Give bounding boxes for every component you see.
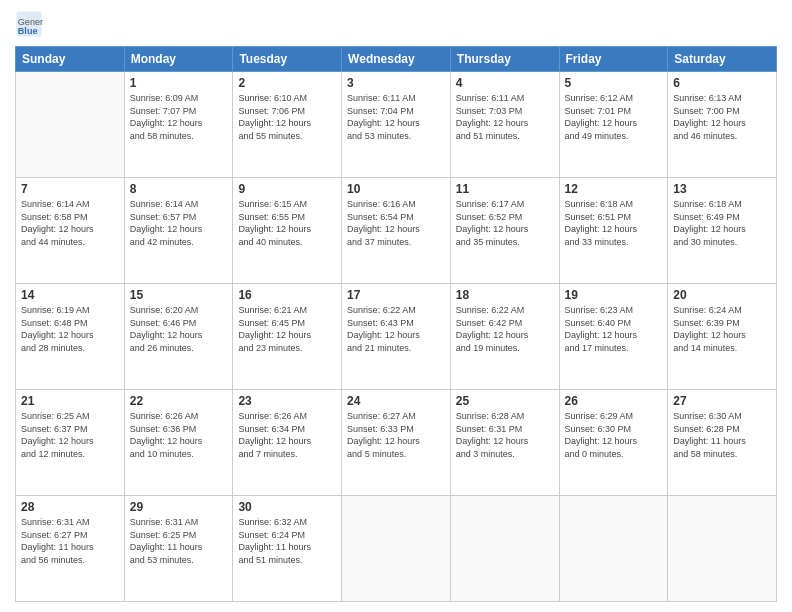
- weekday-header-wednesday: Wednesday: [342, 47, 451, 72]
- day-info: Sunrise: 6:13 AM Sunset: 7:00 PM Dayligh…: [673, 92, 771, 142]
- day-number: 6: [673, 76, 771, 90]
- day-number: 22: [130, 394, 228, 408]
- calendar-cell: 27Sunrise: 6:30 AM Sunset: 6:28 PM Dayli…: [668, 390, 777, 496]
- calendar-cell: 25Sunrise: 6:28 AM Sunset: 6:31 PM Dayli…: [450, 390, 559, 496]
- day-info: Sunrise: 6:14 AM Sunset: 6:57 PM Dayligh…: [130, 198, 228, 248]
- calendar-cell: [559, 496, 668, 602]
- calendar-cell: 29Sunrise: 6:31 AM Sunset: 6:25 PM Dayli…: [124, 496, 233, 602]
- day-number: 25: [456, 394, 554, 408]
- day-number: 30: [238, 500, 336, 514]
- weekday-header-sunday: Sunday: [16, 47, 125, 72]
- weekday-header-monday: Monday: [124, 47, 233, 72]
- calendar-cell: 30Sunrise: 6:32 AM Sunset: 6:24 PM Dayli…: [233, 496, 342, 602]
- day-info: Sunrise: 6:09 AM Sunset: 7:07 PM Dayligh…: [130, 92, 228, 142]
- day-info: Sunrise: 6:23 AM Sunset: 6:40 PM Dayligh…: [565, 304, 663, 354]
- day-number: 15: [130, 288, 228, 302]
- day-info: Sunrise: 6:26 AM Sunset: 6:36 PM Dayligh…: [130, 410, 228, 460]
- calendar-header-row: SundayMondayTuesdayWednesdayThursdayFrid…: [16, 47, 777, 72]
- day-number: 3: [347, 76, 445, 90]
- calendar-cell: 11Sunrise: 6:17 AM Sunset: 6:52 PM Dayli…: [450, 178, 559, 284]
- day-number: 5: [565, 76, 663, 90]
- day-number: 7: [21, 182, 119, 196]
- calendar-week-3: 21Sunrise: 6:25 AM Sunset: 6:37 PM Dayli…: [16, 390, 777, 496]
- day-info: Sunrise: 6:21 AM Sunset: 6:45 PM Dayligh…: [238, 304, 336, 354]
- day-info: Sunrise: 6:24 AM Sunset: 6:39 PM Dayligh…: [673, 304, 771, 354]
- day-info: Sunrise: 6:31 AM Sunset: 6:25 PM Dayligh…: [130, 516, 228, 566]
- day-number: 16: [238, 288, 336, 302]
- calendar-cell: [342, 496, 451, 602]
- calendar-week-0: 1Sunrise: 6:09 AM Sunset: 7:07 PM Daylig…: [16, 72, 777, 178]
- calendar-cell: 23Sunrise: 6:26 AM Sunset: 6:34 PM Dayli…: [233, 390, 342, 496]
- calendar-cell: [668, 496, 777, 602]
- calendar-cell: [16, 72, 125, 178]
- day-info: Sunrise: 6:22 AM Sunset: 6:43 PM Dayligh…: [347, 304, 445, 354]
- day-number: 10: [347, 182, 445, 196]
- calendar-cell: 13Sunrise: 6:18 AM Sunset: 6:49 PM Dayli…: [668, 178, 777, 284]
- calendar-cell: 22Sunrise: 6:26 AM Sunset: 6:36 PM Dayli…: [124, 390, 233, 496]
- day-info: Sunrise: 6:11 AM Sunset: 7:03 PM Dayligh…: [456, 92, 554, 142]
- day-info: Sunrise: 6:15 AM Sunset: 6:55 PM Dayligh…: [238, 198, 336, 248]
- day-info: Sunrise: 6:28 AM Sunset: 6:31 PM Dayligh…: [456, 410, 554, 460]
- logo-icon: General Blue: [15, 10, 43, 38]
- day-info: Sunrise: 6:25 AM Sunset: 6:37 PM Dayligh…: [21, 410, 119, 460]
- day-info: Sunrise: 6:12 AM Sunset: 7:01 PM Dayligh…: [565, 92, 663, 142]
- day-info: Sunrise: 6:10 AM Sunset: 7:06 PM Dayligh…: [238, 92, 336, 142]
- day-info: Sunrise: 6:31 AM Sunset: 6:27 PM Dayligh…: [21, 516, 119, 566]
- day-number: 29: [130, 500, 228, 514]
- calendar-cell: 14Sunrise: 6:19 AM Sunset: 6:48 PM Dayli…: [16, 284, 125, 390]
- calendar-cell: 8Sunrise: 6:14 AM Sunset: 6:57 PM Daylig…: [124, 178, 233, 284]
- day-info: Sunrise: 6:32 AM Sunset: 6:24 PM Dayligh…: [238, 516, 336, 566]
- day-number: 19: [565, 288, 663, 302]
- day-info: Sunrise: 6:11 AM Sunset: 7:04 PM Dayligh…: [347, 92, 445, 142]
- day-number: 17: [347, 288, 445, 302]
- weekday-header-friday: Friday: [559, 47, 668, 72]
- day-info: Sunrise: 6:30 AM Sunset: 6:28 PM Dayligh…: [673, 410, 771, 460]
- logo: General Blue: [15, 10, 47, 38]
- day-number: 13: [673, 182, 771, 196]
- day-number: 18: [456, 288, 554, 302]
- day-number: 27: [673, 394, 771, 408]
- calendar-cell: [450, 496, 559, 602]
- day-info: Sunrise: 6:20 AM Sunset: 6:46 PM Dayligh…: [130, 304, 228, 354]
- day-info: Sunrise: 6:27 AM Sunset: 6:33 PM Dayligh…: [347, 410, 445, 460]
- day-number: 20: [673, 288, 771, 302]
- day-info: Sunrise: 6:22 AM Sunset: 6:42 PM Dayligh…: [456, 304, 554, 354]
- calendar-cell: 18Sunrise: 6:22 AM Sunset: 6:42 PM Dayli…: [450, 284, 559, 390]
- calendar-table: SundayMondayTuesdayWednesdayThursdayFrid…: [15, 46, 777, 602]
- calendar-cell: 7Sunrise: 6:14 AM Sunset: 6:58 PM Daylig…: [16, 178, 125, 284]
- day-number: 26: [565, 394, 663, 408]
- calendar-cell: 4Sunrise: 6:11 AM Sunset: 7:03 PM Daylig…: [450, 72, 559, 178]
- calendar-cell: 12Sunrise: 6:18 AM Sunset: 6:51 PM Dayli…: [559, 178, 668, 284]
- header: General Blue: [15, 10, 777, 38]
- day-info: Sunrise: 6:19 AM Sunset: 6:48 PM Dayligh…: [21, 304, 119, 354]
- day-number: 24: [347, 394, 445, 408]
- day-number: 28: [21, 500, 119, 514]
- calendar-cell: 21Sunrise: 6:25 AM Sunset: 6:37 PM Dayli…: [16, 390, 125, 496]
- day-number: 9: [238, 182, 336, 196]
- calendar-cell: 9Sunrise: 6:15 AM Sunset: 6:55 PM Daylig…: [233, 178, 342, 284]
- calendar-cell: 6Sunrise: 6:13 AM Sunset: 7:00 PM Daylig…: [668, 72, 777, 178]
- calendar-cell: 26Sunrise: 6:29 AM Sunset: 6:30 PM Dayli…: [559, 390, 668, 496]
- day-info: Sunrise: 6:29 AM Sunset: 6:30 PM Dayligh…: [565, 410, 663, 460]
- calendar-cell: 1Sunrise: 6:09 AM Sunset: 7:07 PM Daylig…: [124, 72, 233, 178]
- calendar-cell: 19Sunrise: 6:23 AM Sunset: 6:40 PM Dayli…: [559, 284, 668, 390]
- day-info: Sunrise: 6:17 AM Sunset: 6:52 PM Dayligh…: [456, 198, 554, 248]
- calendar-week-4: 28Sunrise: 6:31 AM Sunset: 6:27 PM Dayli…: [16, 496, 777, 602]
- calendar-week-1: 7Sunrise: 6:14 AM Sunset: 6:58 PM Daylig…: [16, 178, 777, 284]
- day-number: 12: [565, 182, 663, 196]
- day-number: 14: [21, 288, 119, 302]
- calendar-week-2: 14Sunrise: 6:19 AM Sunset: 6:48 PM Dayli…: [16, 284, 777, 390]
- day-info: Sunrise: 6:16 AM Sunset: 6:54 PM Dayligh…: [347, 198, 445, 248]
- weekday-header-saturday: Saturday: [668, 47, 777, 72]
- day-info: Sunrise: 6:18 AM Sunset: 6:49 PM Dayligh…: [673, 198, 771, 248]
- day-number: 8: [130, 182, 228, 196]
- day-number: 4: [456, 76, 554, 90]
- day-number: 21: [21, 394, 119, 408]
- day-info: Sunrise: 6:14 AM Sunset: 6:58 PM Dayligh…: [21, 198, 119, 248]
- day-number: 2: [238, 76, 336, 90]
- day-number: 23: [238, 394, 336, 408]
- calendar-cell: 10Sunrise: 6:16 AM Sunset: 6:54 PM Dayli…: [342, 178, 451, 284]
- day-number: 11: [456, 182, 554, 196]
- calendar-cell: 28Sunrise: 6:31 AM Sunset: 6:27 PM Dayli…: [16, 496, 125, 602]
- day-info: Sunrise: 6:18 AM Sunset: 6:51 PM Dayligh…: [565, 198, 663, 248]
